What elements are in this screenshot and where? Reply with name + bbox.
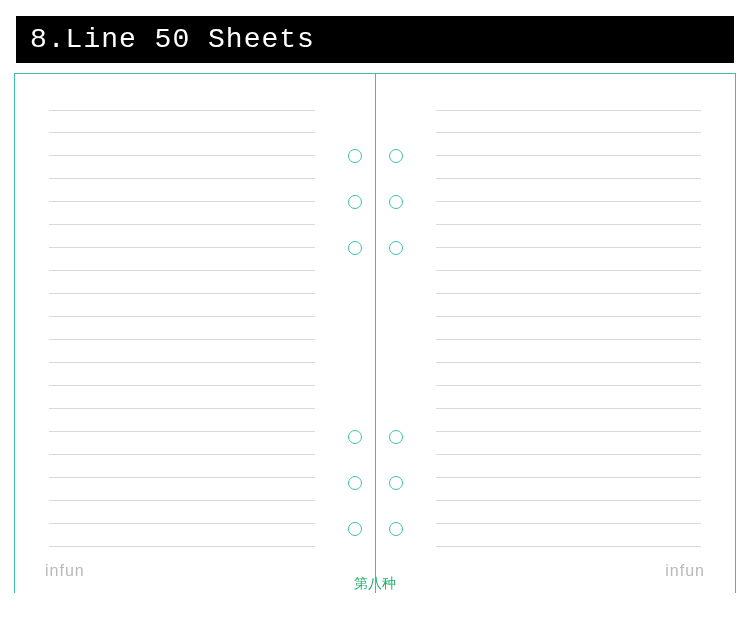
rule-line [436,524,702,547]
footer-caption: 第八种 [0,575,750,593]
rule-line [49,455,315,478]
rule-line [436,133,702,156]
rule-line [436,294,702,317]
rule-line [49,156,315,179]
rule-line [49,202,315,225]
rule-line [49,386,315,409]
rule-line [436,271,702,294]
header-title: 8.Line 50 Sheets [16,16,734,63]
rule-line [436,386,702,409]
rule-line [49,409,315,432]
rule-line [49,501,315,524]
rule-line [436,110,702,133]
binder-hole [348,195,362,209]
binder-hole [389,241,403,255]
rule-line [49,363,315,386]
rule-line [49,271,315,294]
rule-lines-right [400,110,716,547]
binder-hole [348,149,362,163]
rule-line [49,133,315,156]
rule-line [436,501,702,524]
binder-hole [389,522,403,536]
rule-line [49,294,315,317]
binder-hole [389,476,403,490]
rule-line [436,478,702,501]
binder-hole [348,241,362,255]
rule-line [436,363,702,386]
rule-line [436,202,702,225]
rule-line [49,317,315,340]
rule-line [49,524,315,547]
binder-hole [389,149,403,163]
binder-holes-right [386,74,406,593]
rule-line [49,225,315,248]
rule-line [436,432,702,455]
binder-hole [389,430,403,444]
rule-line [436,225,702,248]
rule-line [49,478,315,501]
notebook-page-right: infun [376,74,736,593]
rule-line [436,156,702,179]
binder-hole [348,522,362,536]
rule-line [436,409,702,432]
rule-line [436,179,702,202]
binder-hole [348,476,362,490]
rule-line [436,248,702,271]
rule-line [49,179,315,202]
rule-line [49,340,315,363]
rule-line [436,340,702,363]
binder-hole [389,195,403,209]
binder-hole [348,430,362,444]
rule-line [49,432,315,455]
rule-lines-left [35,110,351,547]
rule-line [436,317,702,340]
rule-line [436,455,702,478]
binder-holes-left [345,74,365,593]
notebook-spread: infun infun [14,73,736,593]
rule-line [49,248,315,271]
rule-line [49,110,315,133]
notebook-page-left: infun [15,74,375,593]
